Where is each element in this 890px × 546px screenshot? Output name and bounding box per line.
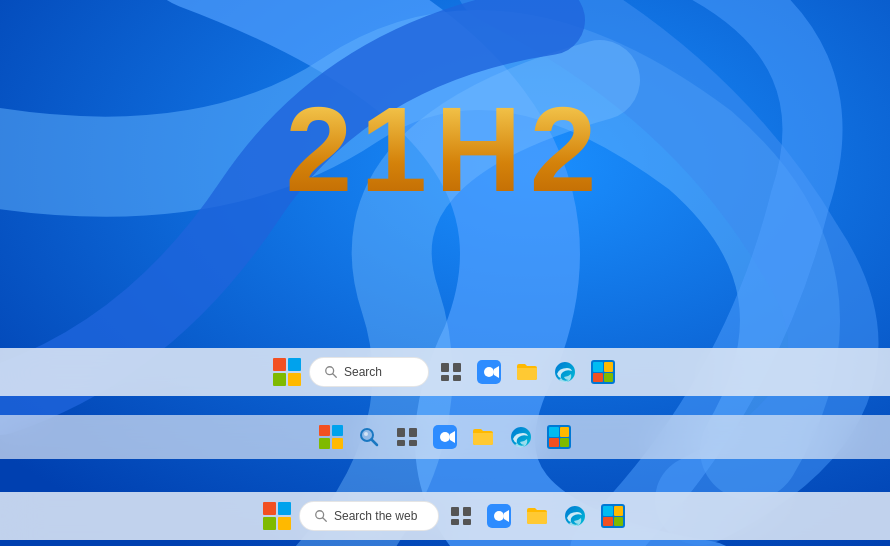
task-view-icon-mid bbox=[395, 425, 419, 449]
edge-button-bottom[interactable] bbox=[559, 500, 591, 532]
svg-rect-4 bbox=[453, 363, 461, 372]
svg-rect-6 bbox=[453, 375, 461, 381]
svg-rect-26 bbox=[549, 427, 559, 437]
svg-rect-29 bbox=[560, 438, 569, 447]
file-explorer-button-bottom[interactable] bbox=[521, 500, 553, 532]
svg-rect-20 bbox=[397, 440, 405, 446]
svg-rect-27 bbox=[560, 427, 569, 437]
svg-rect-3 bbox=[441, 363, 449, 372]
search-box-top[interactable]: Search bbox=[309, 357, 429, 387]
search-label-bottom: Search the web bbox=[334, 509, 417, 523]
task-view-button-top[interactable] bbox=[435, 356, 467, 388]
file-explorer-icon-top bbox=[515, 360, 539, 384]
store-button-bottom[interactable] bbox=[597, 500, 629, 532]
version-label: 21H2 bbox=[286, 80, 605, 218]
start-button-top[interactable] bbox=[271, 356, 303, 388]
svg-rect-34 bbox=[451, 519, 459, 525]
svg-rect-12 bbox=[604, 362, 613, 372]
svg-rect-32 bbox=[451, 507, 459, 516]
edge-icon-bottom bbox=[563, 504, 587, 528]
task-view-icon-top bbox=[439, 360, 463, 384]
search-box-bottom[interactable]: Search the web bbox=[299, 501, 439, 531]
svg-rect-13 bbox=[593, 373, 603, 382]
store-button-mid[interactable] bbox=[543, 421, 575, 453]
svg-rect-43 bbox=[614, 517, 623, 526]
taskbar-bottom: Search the web bbox=[0, 492, 890, 540]
svg-rect-19 bbox=[409, 428, 417, 437]
edge-icon-top bbox=[553, 360, 577, 384]
zoom-icon-mid bbox=[433, 425, 457, 449]
store-button-top[interactable] bbox=[587, 356, 619, 388]
magnifier-icon-mid bbox=[357, 425, 381, 449]
svg-rect-21 bbox=[409, 440, 417, 446]
search-icon-top bbox=[324, 365, 338, 379]
zoom-icon-top bbox=[477, 360, 501, 384]
svg-point-37 bbox=[494, 511, 504, 521]
edge-button-mid[interactable] bbox=[505, 421, 537, 453]
zoom-button-bottom[interactable] bbox=[483, 500, 515, 532]
svg-line-31 bbox=[323, 518, 327, 522]
svg-rect-42 bbox=[603, 517, 613, 526]
svg-rect-41 bbox=[614, 506, 623, 516]
search-label-top: Search bbox=[344, 365, 382, 379]
edge-button-top[interactable] bbox=[549, 356, 581, 388]
svg-rect-28 bbox=[549, 438, 559, 447]
zoom-icon-bottom bbox=[487, 504, 511, 528]
svg-rect-40 bbox=[603, 506, 613, 516]
magnifier-button-mid[interactable] bbox=[353, 421, 385, 453]
store-icon-mid bbox=[547, 425, 571, 449]
svg-rect-35 bbox=[463, 519, 471, 525]
search-icon-bottom bbox=[314, 509, 328, 523]
svg-rect-5 bbox=[441, 375, 449, 381]
svg-line-16 bbox=[372, 440, 378, 446]
zoom-button-top[interactable] bbox=[473, 356, 505, 388]
store-icon-top bbox=[591, 360, 615, 384]
taskbar-mid bbox=[0, 415, 890, 459]
svg-point-23 bbox=[440, 432, 450, 442]
edge-icon-mid bbox=[509, 425, 533, 449]
task-view-button-mid[interactable] bbox=[391, 421, 423, 453]
file-explorer-icon-bottom bbox=[525, 504, 549, 528]
start-button-mid[interactable] bbox=[315, 421, 347, 453]
file-explorer-icon-mid bbox=[471, 425, 495, 449]
file-explorer-button-top[interactable] bbox=[511, 356, 543, 388]
svg-rect-33 bbox=[463, 507, 471, 516]
store-icon-bottom bbox=[601, 504, 625, 528]
task-view-icon-bottom bbox=[449, 504, 473, 528]
svg-rect-14 bbox=[604, 373, 613, 382]
file-explorer-button-mid[interactable] bbox=[467, 421, 499, 453]
task-view-button-bottom[interactable] bbox=[445, 500, 477, 532]
taskbar-top: Search bbox=[0, 348, 890, 396]
svg-line-2 bbox=[333, 374, 337, 378]
zoom-button-mid[interactable] bbox=[429, 421, 461, 453]
svg-rect-11 bbox=[593, 362, 603, 372]
svg-point-8 bbox=[484, 367, 494, 377]
svg-rect-18 bbox=[397, 428, 405, 437]
start-button-bottom[interactable] bbox=[261, 500, 293, 532]
svg-point-17 bbox=[364, 432, 368, 436]
